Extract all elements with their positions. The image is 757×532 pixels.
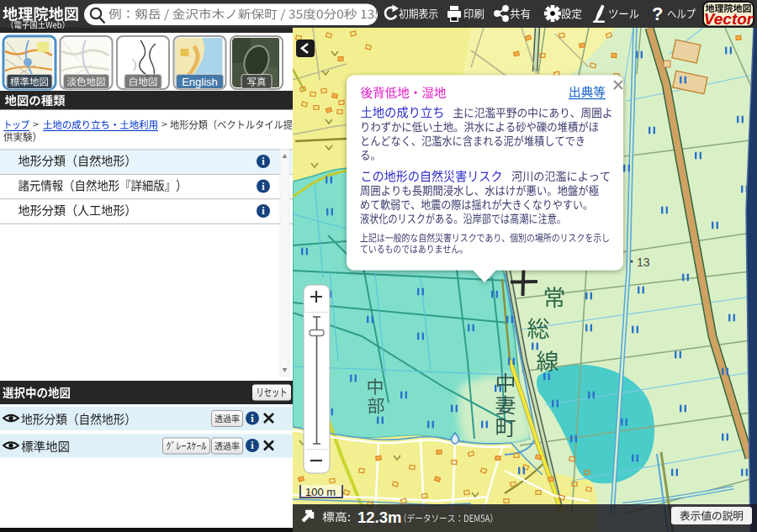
svg-text:13: 13 [637, 255, 650, 269]
svg-text:100 m: 100 m [305, 486, 336, 498]
svg-text:?: ? [652, 3, 663, 24]
svg-text:English: English [182, 76, 218, 88]
svg-text:12.3m: 12.3m [357, 508, 401, 526]
svg-text:Vector: Vector [704, 10, 754, 28]
